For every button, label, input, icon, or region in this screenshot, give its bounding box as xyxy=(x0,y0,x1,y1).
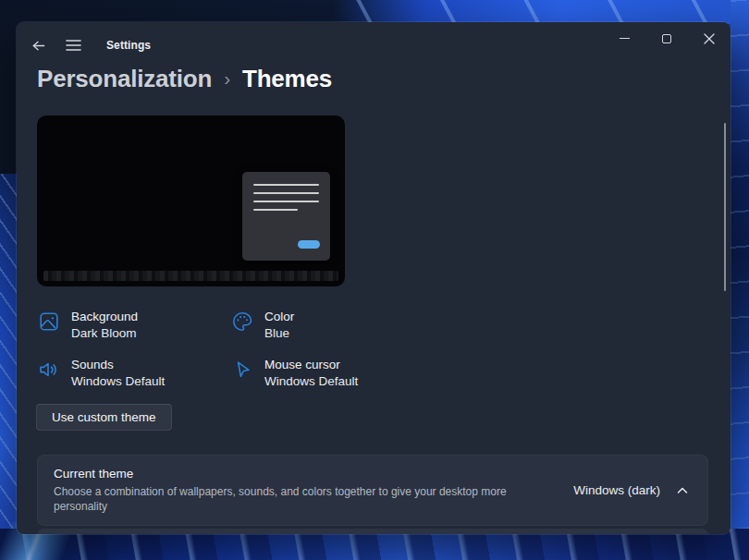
theme-components: Background Dark Bloom Color Blue xyxy=(38,309,358,390)
current-theme-value: Windows (dark) xyxy=(573,483,660,497)
wallpaper-right-bloom xyxy=(731,0,749,560)
item-value: Windows Default xyxy=(71,373,165,390)
theme-item-color: Color Blue xyxy=(231,309,358,342)
settings-window: Settings Personalization › Themes xyxy=(17,22,731,534)
current-theme-text: Current theme Choose a combination of wa… xyxy=(54,467,546,514)
theme-item-text: Color Blue xyxy=(264,309,294,342)
current-theme-value-group: Windows (dark) xyxy=(573,483,688,497)
item-label: Mouse cursor xyxy=(264,357,358,373)
mini-text-line xyxy=(253,201,319,202)
minimize-icon xyxy=(620,38,630,39)
theme-item-background: Background Dark Bloom xyxy=(38,309,231,342)
item-label: Sounds xyxy=(71,357,165,373)
item-value: Windows Default xyxy=(264,373,358,390)
breadcrumb-personalization-link[interactable]: Personalization xyxy=(37,65,212,93)
maximize-icon xyxy=(662,34,671,43)
item-label: Color xyxy=(264,309,294,325)
current-theme-expander[interactable]: Current theme Choose a combination of wa… xyxy=(37,455,708,526)
color-palette-icon xyxy=(231,310,253,333)
close-icon xyxy=(704,33,715,44)
item-value: Blue xyxy=(264,325,294,342)
chevron-up-icon[interactable] xyxy=(677,486,688,494)
current-theme-description: Choose a combination of wallpapers, soun… xyxy=(54,484,546,514)
mouse-cursor-icon xyxy=(231,359,253,381)
item-value: Dark Bloom xyxy=(71,325,138,342)
breadcrumb: Personalization › Themes xyxy=(37,65,332,93)
background-image-icon xyxy=(38,310,60,333)
caption-controls xyxy=(603,22,731,55)
back-arrow-icon xyxy=(31,38,46,54)
current-theme-title: Current theme xyxy=(54,467,546,481)
theme-preview-mini-window xyxy=(242,172,330,261)
titlebar: Settings xyxy=(17,22,731,68)
mini-accent-button xyxy=(298,240,320,249)
theme-preview-card xyxy=(37,116,345,286)
wallpaper-left-bloom xyxy=(0,174,18,560)
hamburger-menu-icon xyxy=(66,39,81,52)
mini-text-line xyxy=(253,209,298,211)
breadcrumb-separator: › xyxy=(212,67,242,90)
close-button[interactable] xyxy=(688,22,731,55)
item-label: Background xyxy=(71,309,138,325)
sounds-speaker-icon xyxy=(38,359,60,381)
maximize-button[interactable] xyxy=(645,22,688,55)
theme-item-text: Sounds Windows Default xyxy=(71,357,165,390)
theme-preview-taskbar xyxy=(43,271,338,281)
theme-item-text: Mouse cursor Windows Default xyxy=(264,357,358,390)
theme-item-text: Background Dark Bloom xyxy=(71,309,138,342)
theme-item-mouse-cursor: Mouse cursor Windows Default xyxy=(231,357,358,390)
breadcrumb-current-themes: Themes xyxy=(242,65,332,93)
mini-text-line xyxy=(253,184,319,186)
minimize-button[interactable] xyxy=(603,22,645,55)
back-button[interactable] xyxy=(25,32,51,58)
scrollbar-thumb[interactable] xyxy=(724,123,727,291)
mini-text-line xyxy=(253,192,319,194)
next-section-card-sliver xyxy=(37,529,708,534)
theme-item-sounds: Sounds Windows Default xyxy=(38,357,231,390)
wallpaper-top-bloom xyxy=(333,0,749,24)
navigation-menu-button[interactable] xyxy=(60,32,86,58)
app-title: Settings xyxy=(106,22,151,68)
use-custom-theme-button[interactable]: Use custom theme xyxy=(36,404,172,431)
